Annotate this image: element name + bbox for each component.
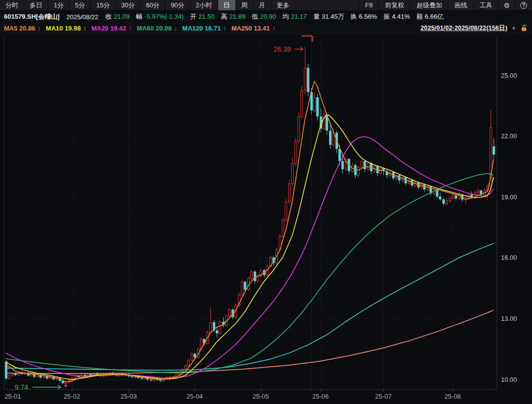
- tab-日[interactable]: 日: [218, 0, 236, 10]
- ma-value-MA120: MA120 16.71↑: [182, 25, 227, 32]
- quote-field-收: 收21.09: [105, 13, 130, 20]
- gear-icon[interactable]: ⚙: [498, 0, 515, 10]
- stock-symbol: 601579.SH[会稽山]: [4, 12, 60, 21]
- tab-5分[interactable]: 5分: [69, 0, 91, 10]
- toolbar-button-超级叠加[interactable]: 超级叠加: [410, 0, 448, 10]
- field-value: 6.66亿: [425, 13, 443, 20]
- ma-value-MA20: MA20 19.42↑: [91, 25, 132, 32]
- toolbar-spacer: [296, 0, 359, 10]
- ma-value-MA60: MA60 20.08↓: [137, 25, 177, 32]
- tab-周[interactable]: 周: [236, 0, 254, 10]
- field-value: 31.45万: [322, 13, 344, 20]
- field-value: 4.41%: [392, 13, 410, 20]
- field-label: 均: [282, 13, 289, 20]
- chevron-down-icon[interactable]: ▼: [511, 26, 516, 31]
- ma-text: MA120 16.71: [182, 25, 221, 32]
- quote-field-开: 开21.50: [190, 13, 215, 20]
- quote-field-均: 均21.17: [282, 13, 307, 20]
- unlock-icon[interactable]: [521, 25, 527, 31]
- quote-date: 2025/08/22: [66, 13, 99, 21]
- ma-text: MA60 20.08: [137, 25, 172, 32]
- quote-field-额: 额6.66亿: [416, 13, 443, 20]
- field-value: 21.09: [114, 13, 130, 20]
- toolbar-button-前复权[interactable]: 前复权: [378, 0, 410, 10]
- ma-text: MA5 20.86: [4, 25, 35, 32]
- field-value: 20.90: [260, 13, 276, 20]
- tab-2小时[interactable]: 2小时: [190, 0, 218, 10]
- field-value: 21.17: [291, 13, 307, 20]
- tab-15分[interactable]: 15分: [91, 0, 115, 10]
- field-label: 量: [313, 13, 320, 20]
- field-label: 振: [383, 13, 390, 20]
- arrow-up-icon: ↑: [272, 25, 276, 32]
- tab-90分[interactable]: 90分: [166, 0, 190, 10]
- quote-field-换: 换6.56%: [351, 13, 377, 20]
- tab-1分[interactable]: 1分: [48, 0, 69, 10]
- quote-field-振: 振4.41%: [383, 13, 410, 20]
- ma-value-MA5: MA5 20.86↑: [4, 25, 41, 32]
- field-value: -5.97%(-1.34): [144, 13, 183, 20]
- arrow-up-icon: ↑: [129, 25, 132, 32]
- ma-values: MA5 20.86↑MA10 19.98↑MA20 19.42↑MA60 20.…: [4, 25, 280, 32]
- quote-field-量: 量31.45万: [313, 13, 344, 20]
- tab-分时[interactable]: 分时: [0, 0, 24, 10]
- range-area: 2025/01/02-2025/08/22(156日) ▼: [421, 24, 532, 32]
- tab-月[interactable]: 月: [254, 0, 271, 10]
- arrow-up-icon: ↑: [223, 25, 227, 32]
- field-label: 开: [190, 13, 197, 20]
- candlestick-chart[interactable]: [0, 33, 532, 404]
- field-value: 21.89: [229, 13, 245, 20]
- field-value: 6.56%: [359, 13, 377, 20]
- quote-fields: 收21.09幅-5.97%(-1.34)开21.50高21.89低20.90均2…: [105, 12, 450, 21]
- help-icon[interactable]: ?: [515, 0, 532, 10]
- field-label: 幅: [136, 13, 142, 20]
- field-label: 额: [416, 13, 423, 20]
- toolbar-button-F9[interactable]: F9: [359, 0, 378, 10]
- period-tabs: 分时多日1分5分15分30分60分90分2小时日周月更多: [0, 0, 296, 10]
- field-label: 高: [221, 13, 227, 20]
- arrow-up-icon: ↑: [38, 25, 41, 32]
- quote-field-幅: 幅-5.97%(-1.34): [136, 13, 183, 20]
- toolbar-button-画线[interactable]: 画线: [448, 0, 473, 10]
- tab-30分[interactable]: 30分: [116, 0, 140, 10]
- field-label: 低: [252, 13, 258, 20]
- toolbar-actions: F9前复权超级叠加画线工具⚙?: [359, 0, 532, 10]
- quote-field-低: 低20.90: [252, 13, 276, 20]
- ma-value-MA250: MA250 13.41↑: [232, 25, 276, 32]
- arrow-up-icon: ↑: [83, 25, 87, 32]
- period-toolbar: 分时多日1分5分15分30分60分90分2小时日周月更多 F9前复权超级叠加画线…: [0, 0, 532, 11]
- ma-indicator-bar: MA5 20.86↑MA10 19.98↑MA20 19.42↑MA60 20.…: [0, 23, 532, 33]
- stock-chart-app: 分时多日1分5分15分30分60分90分2小时日周月更多 F9前复权超级叠加画线…: [0, 0, 532, 404]
- field-label: 收: [105, 13, 112, 20]
- quote-info-bar: 601579.SH[会稽山] 2025/08/22 收21.09幅-5.97%(…: [0, 11, 532, 23]
- field-value: 21.50: [199, 13, 215, 20]
- ma-value-MA10: MA10 19.98↑: [46, 25, 86, 32]
- help-glyph: ?: [520, 2, 527, 9]
- toolbar-button-工具[interactable]: 工具: [473, 0, 498, 10]
- ma-text: MA250 13.41: [232, 25, 270, 32]
- field-label: 换: [351, 13, 357, 20]
- date-range-label[interactable]: 2025/01/02-2025/08/22(156日): [421, 24, 507, 32]
- ma-text: MA10 19.98: [46, 25, 81, 32]
- quote-field-高: 高21.89: [221, 13, 245, 20]
- tab-60分[interactable]: 60分: [140, 0, 165, 10]
- ma-text: MA20 19.42: [91, 25, 126, 32]
- tab-多日[interactable]: 多日: [24, 0, 48, 10]
- tab-更多[interactable]: 更多: [271, 0, 296, 10]
- arrow-down-icon: ↓: [174, 25, 178, 32]
